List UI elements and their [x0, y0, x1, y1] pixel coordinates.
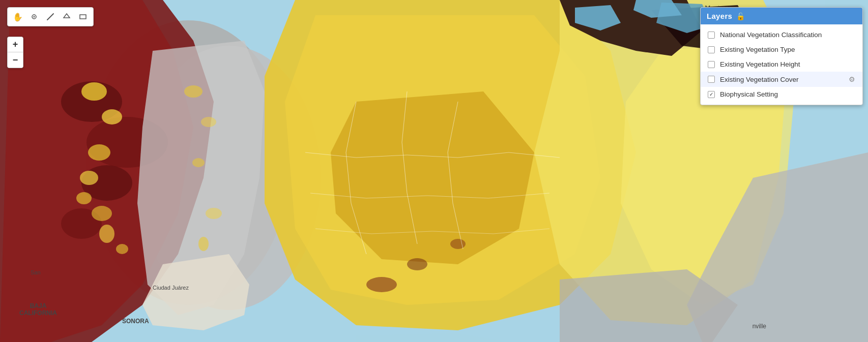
- svg-point-8: [102, 109, 122, 125]
- polygon-tool-button[interactable]: [60, 10, 74, 24]
- layer-checkbox-existing-vegetation-cover[interactable]: [708, 76, 715, 83]
- layers-header: Layers 🔓: [701, 8, 862, 24]
- svg-rect-26: [80, 15, 86, 19]
- layer-item-national-vegetation-classification[interactable]: National Vegetation Classification: [701, 27, 862, 42]
- layer-item-biophysical-setting[interactable]: ✓ Biophysical Setting: [701, 87, 862, 102]
- layer-checkbox-national-vegetation-classification[interactable]: [708, 32, 715, 39]
- svg-point-11: [76, 192, 92, 204]
- svg-point-10: [80, 171, 98, 185]
- layer-label-existing-vegetation-height: Existing Vegetation Height: [720, 60, 855, 68]
- lock-icon[interactable]: 🔓: [736, 12, 745, 20]
- zoom-controls: + −: [7, 37, 23, 68]
- zoom-out-button[interactable]: −: [8, 52, 23, 68]
- layer-label-national-vegetation-classification: National Vegetation Classification: [720, 31, 855, 39]
- svg-point-17: [192, 158, 205, 167]
- svg-point-20: [366, 277, 397, 292]
- svg-point-22: [450, 239, 466, 249]
- svg-point-19: [198, 237, 209, 251]
- settings-icon-existing-vegetation-cover[interactable]: ⚙: [849, 75, 855, 83]
- line-tool-button[interactable]: [43, 10, 57, 24]
- layer-item-existing-vegetation-type[interactable]: Existing Vegetation Type: [701, 42, 862, 57]
- svg-point-16: [201, 117, 216, 127]
- layer-label-biophysical-setting: Biophysical Setting: [720, 90, 855, 98]
- point-tool-button[interactable]: [27, 10, 41, 24]
- svg-point-15: [184, 85, 202, 98]
- layer-checkbox-biophysical-setting[interactable]: ✓: [708, 91, 715, 98]
- svg-point-12: [92, 206, 112, 221]
- layer-label-existing-vegetation-cover: Existing Vegetation Cover: [720, 76, 844, 83]
- layer-item-existing-vegetation-height[interactable]: Existing Vegetation Height: [701, 57, 862, 72]
- svg-marker-25: [64, 14, 70, 18]
- layers-panel: Layers 🔓 National Vegetation Classificat…: [700, 7, 863, 105]
- pan-tool-button[interactable]: ✋: [11, 10, 25, 24]
- svg-point-14: [116, 244, 128, 254]
- svg-point-21: [407, 258, 427, 270]
- map-toolbar: ✋: [7, 7, 94, 26]
- layers-title: Layers: [707, 12, 732, 20]
- svg-point-18: [206, 208, 222, 219]
- layer-item-existing-vegetation-cover[interactable]: Existing Vegetation Cover ⚙: [701, 72, 862, 87]
- zoom-in-button[interactable]: +: [8, 37, 23, 52]
- map-container[interactable]: Montreal San Ciudad Juárez BAJACALIFORNI…: [0, 0, 868, 342]
- layer-label-existing-vegetation-type: Existing Vegetation Type: [720, 46, 855, 53]
- layer-checkbox-existing-vegetation-type[interactable]: [708, 46, 715, 53]
- rectangle-tool-button[interactable]: [76, 10, 90, 24]
- svg-point-13: [99, 225, 114, 243]
- layers-list: National Vegetation Classification Exist…: [701, 24, 862, 105]
- svg-point-7: [81, 82, 107, 101]
- layer-checkbox-existing-vegetation-height[interactable]: [708, 61, 715, 68]
- svg-point-24: [34, 16, 35, 18]
- svg-point-9: [88, 144, 110, 161]
